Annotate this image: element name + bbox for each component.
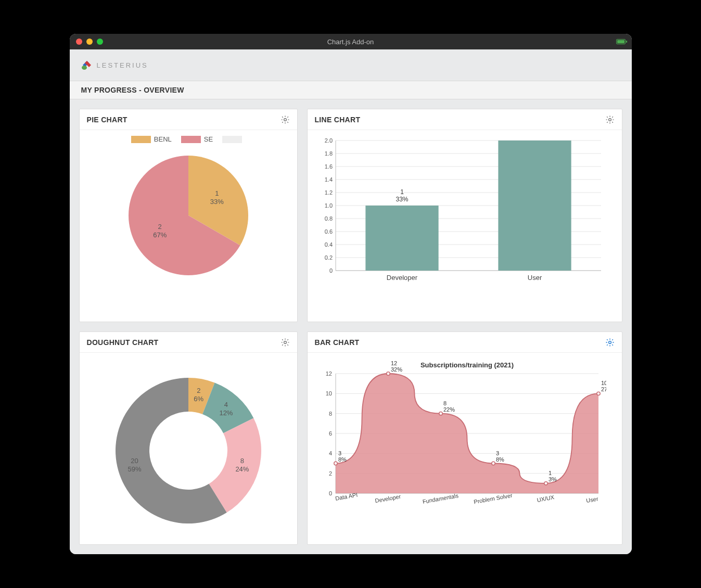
svg-point-81 — [544, 482, 547, 485]
card-bar-header: BAR CHART — [308, 332, 622, 353]
svg-point-1 — [284, 118, 286, 121]
svg-text:20: 20 — [131, 457, 138, 465]
legend-label: SE — [204, 135, 213, 143]
gear-icon[interactable] — [281, 115, 290, 124]
svg-text:3: 3 — [496, 450, 499, 456]
svg-text:1: 1 — [215, 189, 219, 197]
svg-text:1.8: 1.8 — [324, 150, 332, 157]
card-line-header: LINE CHART — [308, 109, 622, 130]
svg-text:67%: 67% — [153, 231, 167, 239]
card-pie-title: PIE CHART — [87, 116, 128, 124]
svg-text:24%: 24% — [235, 465, 249, 473]
svg-text:1.4: 1.4 — [324, 176, 332, 183]
chart-grid: PIE CHART BENL SE — [70, 99, 632, 554]
legend-swatch-icon — [131, 136, 151, 143]
card-pie-body: BENL SE 133%267% — [80, 130, 297, 322]
page-title: MY PROGRESS - OVERVIEW — [81, 86, 184, 94]
svg-text:8: 8 — [240, 457, 244, 465]
bar-chart: Subscriptions/training (2021)02468101238… — [315, 358, 606, 525]
legend-item-se[interactable]: SE — [181, 135, 213, 143]
svg-text:0.6: 0.6 — [324, 228, 332, 235]
svg-text:2: 2 — [158, 223, 161, 231]
legend-item-blank[interactable] — [222, 136, 245, 143]
gear-icon[interactable] — [605, 338, 615, 347]
svg-rect-35 — [498, 140, 571, 271]
gear-icon[interactable] — [281, 338, 290, 347]
svg-text:0: 0 — [329, 267, 332, 274]
card-line-body: 00.20.40.60.81.01.21.41.61.82.0133%Devel… — [308, 130, 622, 322]
svg-text:UX/UX: UX/UX — [536, 494, 555, 503]
svg-text:8%: 8% — [496, 456, 504, 463]
card-line-title: LINE CHART — [315, 116, 361, 124]
brand-logo-icon — [81, 59, 93, 71]
svg-point-65 — [334, 462, 337, 465]
svg-text:1.0: 1.0 — [324, 202, 332, 209]
svg-text:22%: 22% — [443, 406, 455, 413]
pie-chart: 133%267% — [116, 145, 261, 280]
svg-text:6%: 6% — [194, 395, 203, 403]
svg-point-77 — [491, 462, 494, 465]
card-line: LINE CHART 00.20.40.60.81.01.21.41.61.82… — [307, 109, 622, 322]
card-bar-title: BAR CHART — [315, 338, 360, 347]
legend-item-benl[interactable]: BENL — [131, 135, 172, 143]
svg-point-6 — [608, 118, 611, 121]
legend-swatch-icon — [222, 136, 242, 143]
pie-legend: BENL SE — [87, 135, 290, 143]
svg-text:0.2: 0.2 — [324, 254, 332, 261]
battery-icon — [616, 39, 626, 44]
svg-text:1.6: 1.6 — [324, 163, 332, 170]
card-bar: BAR CHART Subscriptions/training (2021)0… — [307, 331, 622, 545]
brand-logo: LESTERIUS — [81, 59, 148, 71]
svg-text:3: 3 — [338, 450, 341, 456]
svg-text:3%: 3% — [549, 476, 557, 482]
svg-text:33%: 33% — [396, 196, 408, 203]
svg-text:Problem Solver: Problem Solver — [473, 492, 513, 505]
window-title: Chart.js Add-on — [70, 38, 632, 46]
svg-text:32%: 32% — [391, 366, 402, 373]
svg-text:2: 2 — [328, 470, 332, 477]
svg-rect-31 — [365, 206, 438, 271]
svg-text:Developer: Developer — [374, 493, 401, 504]
svg-text:59%: 59% — [128, 465, 141, 473]
svg-text:12: 12 — [391, 360, 397, 366]
svg-text:User: User — [585, 495, 598, 504]
svg-text:2.0: 2.0 — [324, 137, 332, 144]
svg-text:0.4: 0.4 — [324, 241, 332, 248]
card-bar-body: Subscriptions/training (2021)02468101238… — [308, 353, 622, 544]
card-doughnut-title: DOUGHNUT CHART — [87, 338, 159, 347]
svg-text:2: 2 — [197, 387, 200, 394]
svg-point-0 — [82, 66, 87, 70]
svg-text:10: 10 — [325, 390, 332, 397]
svg-point-69 — [386, 372, 389, 375]
card-pie: PIE CHART BENL SE — [79, 109, 298, 322]
svg-text:8%: 8% — [338, 456, 347, 463]
card-pie-header: PIE CHART — [80, 109, 297, 130]
svg-point-38 — [284, 341, 286, 343]
svg-text:10: 10 — [601, 380, 606, 386]
svg-text:27%: 27% — [601, 386, 606, 392]
svg-text:Developer: Developer — [386, 274, 417, 282]
svg-text:4: 4 — [328, 450, 332, 456]
svg-text:0: 0 — [328, 490, 332, 496]
svg-point-47 — [608, 341, 611, 343]
gear-icon[interactable] — [605, 115, 615, 124]
page-title-bar: MY PROGRESS - OVERVIEW — [70, 81, 632, 99]
svg-text:0.8: 0.8 — [324, 215, 332, 222]
doughnut-chart: 26%412%824%2059% — [100, 365, 277, 531]
app-window: Chart.js Add-on LESTERIUS MY PROGRESS - … — [70, 34, 632, 554]
card-doughnut-body: 26%412%824%2059% — [80, 353, 297, 544]
svg-text:6: 6 — [328, 430, 332, 437]
svg-text:1.2: 1.2 — [324, 189, 332, 196]
svg-text:User: User — [527, 274, 542, 282]
svg-point-85 — [596, 392, 600, 395]
svg-text:33%: 33% — [210, 198, 223, 206]
svg-text:8: 8 — [328, 411, 332, 417]
svg-text:12: 12 — [325, 370, 332, 377]
legend-label: BENL — [154, 135, 172, 143]
brand-name: LESTERIUS — [97, 61, 148, 69]
legend-swatch-icon — [181, 136, 201, 143]
card-doughnut-header: DOUGHNUT CHART — [80, 332, 297, 353]
svg-text:4: 4 — [224, 401, 227, 408]
line-chart: 00.20.40.60.81.01.21.41.61.82.0133%Devel… — [315, 135, 606, 286]
svg-text:8: 8 — [443, 400, 447, 406]
